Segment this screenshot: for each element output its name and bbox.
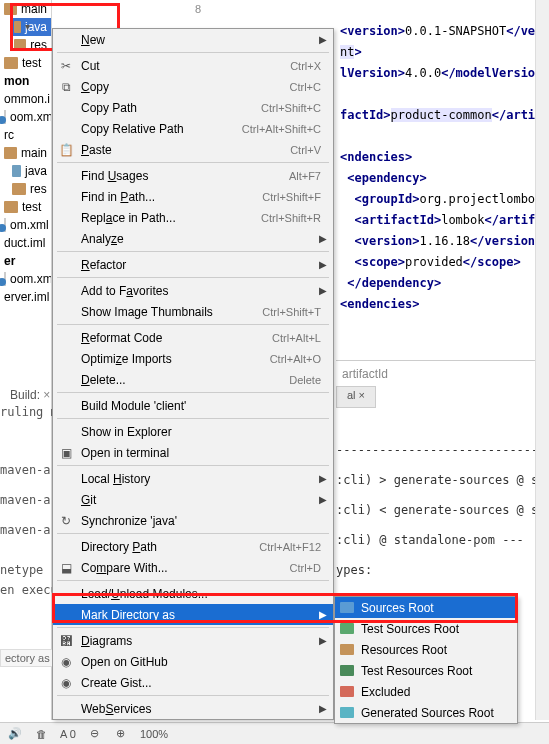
menu-compare-with[interactable]: ⬓Compare With...Ctrl+D [53,557,333,578]
tab[interactable]: al × [336,386,376,408]
console-fragment: maven-a [0,463,52,477]
menu-add-favorites[interactable]: Add to Favorites▶ [53,280,333,301]
tree-item[interactable]: res [8,180,51,198]
menu-optimize-imports[interactable]: Optimize ImportsCtrl+Alt+O [53,348,333,369]
menu-load-unload-modules[interactable]: Load/Unload Modules... [53,583,333,604]
menu-copy-relative-path[interactable]: Copy Relative PathCtrl+Alt+Shift+C [53,118,333,139]
tree-item[interactable]: mon [0,72,51,90]
menu-directory-path[interactable]: Directory PathCtrl+Alt+F12 [53,536,333,557]
copy-icon: ⧉ [59,80,73,94]
menu-synchronize[interactable]: ↻Synchronize 'java' [53,510,333,531]
xml-file-icon [4,218,6,232]
build-tab[interactable]: Build: [2,384,58,406]
tree-item[interactable]: er [0,252,51,270]
submenu-arrow-icon: ▶ [319,703,327,714]
menu-copy-path[interactable]: Copy PathCtrl+Shift+C [53,97,333,118]
console-fragment: maven-a [0,523,52,537]
menu-reformat-code[interactable]: Reformat CodeCtrl+Alt+L [53,327,333,348]
code-editor[interactable]: <version>0.0.1-SNAPSHOT</versio nt> lVer… [336,0,549,360]
folder-icon [340,623,354,634]
submenu-arrow-icon: ▶ [319,34,327,45]
menu-replace-in-path[interactable]: Replace in Path...Ctrl+Shift+R [53,207,333,228]
menu-delete[interactable]: Delete...Delete [53,369,333,390]
menu-paste[interactable]: 📋PasteCtrl+V [53,139,333,160]
folder-icon [340,602,354,613]
menu-find-in-path[interactable]: Find in Path...Ctrl+Shift+F [53,186,333,207]
tree-item[interactable]: test [0,198,51,216]
tree-item-pom[interactable]: om.xml [0,216,51,234]
folder-icon [14,39,26,51]
menu-open-on-github[interactable]: ◉Open on GitHub [53,651,333,672]
tree-item[interactable]: ommon.i [0,90,51,108]
tree-item[interactable]: res [10,36,51,54]
menu-analyze[interactable]: Analyze▶ [53,228,333,249]
clipboard-icon: 📋 [59,143,73,157]
submenu-arrow-icon: ▶ [319,635,327,646]
tree-item-pom[interactable]: oom.xml [0,270,51,288]
menu-create-gist[interactable]: ◉Create Gist... [53,672,333,693]
folder-icon [340,707,354,718]
tree-item[interactable]: test [0,54,51,72]
menu-show-thumbnails[interactable]: Show Image ThumbnailsCtrl+Shift+T [53,301,333,322]
editor-tabs: al × [336,386,376,408]
folder-icon [12,165,21,177]
tree-item[interactable]: java [8,162,51,180]
submenu-arrow-icon: ▶ [319,233,327,244]
folder-icon [340,644,354,655]
menu-cut[interactable]: ✂CutCtrl+X [53,55,333,76]
ruler-mark: 8 [195,3,201,15]
zoom-in-icon[interactable]: ⊕ [114,727,128,741]
menu-webservices[interactable]: WebServices▶ [53,698,333,719]
submenu-test-sources-root[interactable]: Test Sources Root [335,618,517,639]
submenu-generated-sources-root[interactable]: Generated Sources Root [335,702,517,723]
submenu-excluded[interactable]: Excluded [335,681,517,702]
breadcrumb-fragment: ectory as [0,649,55,667]
project-tree: main ▾ java res test mon ommon.i oom.xml… [0,0,52,720]
trash-icon[interactable]: 🗑 [34,727,48,741]
submenu-arrow-icon: ▶ [319,285,327,296]
menu-mark-directory-as[interactable]: Mark Directory as▶ [53,604,333,625]
submenu-arrow-icon: ▶ [319,609,327,620]
menu-copy[interactable]: ⧉CopyCtrl+C [53,76,333,97]
menu-build-module[interactable]: Build Module 'client' [53,395,333,416]
menu-find-usages[interactable]: Find UsagesAlt+F7 [53,165,333,186]
zoom-out-icon[interactable]: ⊖ [88,727,102,741]
tree-item-java[interactable]: java [10,18,51,36]
status-count: A 0 [60,728,76,740]
diagram-icon: ޺ [59,634,73,648]
sync-icon: ↻ [59,514,73,528]
tree-item[interactable]: duct.iml [0,234,51,252]
folder-icon [4,3,17,15]
console-output: -------------------------------- :cli) >… [336,435,549,585]
console-fragment: en execu [0,583,52,597]
vertical-scrollbar[interactable] [535,0,549,720]
folder-icon [4,147,17,159]
submenu-resources-root[interactable]: Resources Root [335,639,517,660]
folder-icon [12,183,26,195]
context-menu: NNewew▶ ✂CutCtrl+X ⧉CopyCtrl+C Copy Path… [52,28,334,720]
menu-local-history[interactable]: Local History▶ [53,468,333,489]
menu-git[interactable]: Git▶ [53,489,333,510]
volume-icon[interactable]: 🔊 [8,727,22,741]
menu-refactor[interactable]: Refactor▶ [53,254,333,275]
menu-diagrams[interactable]: ޺Diagrams▶ [53,630,333,651]
tree-item[interactable]: erver.iml [0,288,51,306]
submenu-arrow-icon: ▶ [319,473,327,484]
scissors-icon: ✂ [59,59,73,73]
submenu-sources-root[interactable]: Sources Root [335,597,517,618]
tree-item[interactable]: main [0,0,51,18]
tree-item[interactable]: rc [0,126,51,144]
submenu-arrow-icon: ▶ [319,259,327,270]
github-icon: ◉ [59,655,73,669]
tree-item[interactable]: main [0,144,51,162]
submenu-test-resources-root[interactable]: Test Resources Root [335,660,517,681]
tree-item-pom[interactable]: oom.xml [0,108,51,126]
menu-show-in-explorer[interactable]: Show in Explorer [53,421,333,442]
zoom-level: 100% [140,728,168,740]
menu-open-terminal[interactable]: ▣Open in terminal [53,442,333,463]
compare-icon: ⬓ [59,561,73,575]
menu-new[interactable]: NNewew▶ [53,29,333,50]
console-fragment: ruling ma [0,405,52,419]
expand-icon[interactable]: ▾ [25,21,30,32]
folder-icon [4,57,18,69]
